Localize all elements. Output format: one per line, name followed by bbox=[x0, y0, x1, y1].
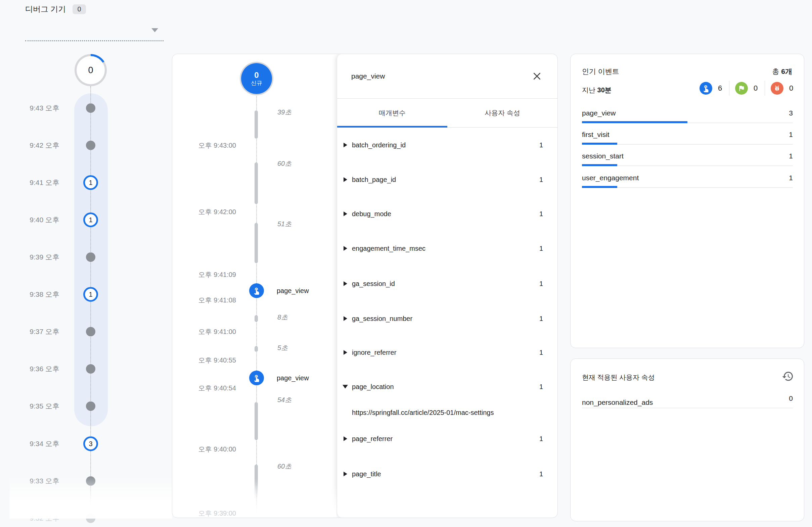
stream-event-name[interactable]: page_view bbox=[277, 287, 309, 295]
engagement-duration: 60초 bbox=[277, 159, 291, 168]
top-event-name: page_view bbox=[582, 109, 615, 117]
timeline-event-count-badge[interactable]: 1 bbox=[83, 175, 98, 190]
activity-segment bbox=[255, 162, 258, 204]
time-window-label: 지난 30분 bbox=[582, 86, 611, 95]
timeline-row-time: 9:34 오후 bbox=[18, 439, 59, 449]
tab-user-properties-label: 사용자 속성 bbox=[484, 108, 520, 117]
tab-parameters[interactable]: 매개변수 bbox=[337, 99, 447, 127]
triangle-right-icon[interactable] bbox=[344, 177, 347, 182]
top-event-bar bbox=[582, 143, 793, 145]
stream-axis bbox=[256, 94, 257, 512]
counter-divider bbox=[729, 81, 729, 96]
triangle-right-icon[interactable] bbox=[344, 211, 347, 216]
parameter-name: engagement_time_msec bbox=[352, 245, 425, 252]
timeline-dot[interactable] bbox=[86, 327, 96, 336]
touch-icon[interactable] bbox=[249, 283, 264, 298]
window-value: 30분 bbox=[597, 86, 611, 94]
chevron-down-icon bbox=[151, 28, 158, 32]
new-events-count: 0 bbox=[254, 71, 259, 80]
engagement-duration: 8초 bbox=[277, 313, 288, 322]
parameter-value: 1 bbox=[539, 470, 543, 478]
parameter-name: batch_page_id bbox=[352, 176, 396, 184]
timeline-dot[interactable] bbox=[86, 141, 96, 150]
top-event-count: 1 bbox=[789, 131, 793, 138]
tab-parameters-label: 매개변수 bbox=[379, 108, 406, 117]
triangle-right-icon[interactable] bbox=[344, 350, 347, 355]
timeline-event-count-badge[interactable]: 1 bbox=[83, 213, 98, 227]
top-event-count: 1 bbox=[789, 174, 793, 182]
minute-summary-ring: 0 bbox=[75, 54, 107, 86]
timeline-row-time: 9:37 오후 bbox=[18, 327, 59, 336]
top-event-name: first_visit bbox=[582, 131, 609, 138]
bar-fill bbox=[582, 164, 617, 166]
parameter-name: page_title bbox=[352, 470, 381, 478]
timeline-row-time: 9:41 오후 bbox=[18, 178, 59, 187]
event-detail-title: page_view bbox=[351, 72, 385, 80]
timeline-dot[interactable] bbox=[86, 401, 96, 411]
timeline-event-count-badge[interactable]: 3 bbox=[83, 436, 98, 451]
user-properties-card: 현재 적용된 사용자 속성 non_personalized_ads0 bbox=[570, 358, 804, 521]
activity-segment bbox=[255, 346, 258, 352]
tab-user-properties[interactable]: 사용자 속성 bbox=[447, 99, 557, 127]
parameter-value: 1 bbox=[539, 349, 543, 356]
close-icon[interactable] bbox=[532, 71, 542, 81]
stream-timestamp: 오후 9:40:54 bbox=[172, 384, 236, 393]
triangle-right-icon[interactable] bbox=[344, 472, 347, 476]
activity-segment bbox=[255, 223, 258, 263]
total-prefix: 총 bbox=[772, 68, 781, 75]
timeline-dot[interactable] bbox=[86, 364, 96, 374]
timeline-dot[interactable] bbox=[86, 103, 96, 113]
flag-icon[interactable] bbox=[735, 82, 748, 95]
counter-value: 6 bbox=[718, 84, 723, 93]
stream-timestamp: 오후 9:41:00 bbox=[172, 327, 236, 336]
activity-segment bbox=[255, 111, 258, 138]
user-property-value: 0 bbox=[789, 394, 793, 402]
stream-timestamp: 오후 9:43:00 bbox=[172, 141, 236, 150]
ga-debugview-page: 디버그 기기 0 0 9:43 오후9:42 오후9:41 오후19:40 오후… bbox=[0, 0, 812, 527]
activity-segment bbox=[255, 402, 258, 440]
parameter-detail-value: https://springfall.cc/article/2025-01/ma… bbox=[352, 409, 494, 416]
bar-fill bbox=[582, 143, 617, 145]
window-prefix: 지난 bbox=[582, 86, 597, 94]
event-detail-panel: page_view 매개변수 사용자 속성 batch_ordering_id1… bbox=[337, 54, 557, 517]
top-event-bar bbox=[582, 121, 793, 123]
timeline-row-time: 9:39 오후 bbox=[18, 252, 59, 262]
debug-devices-label: 디버그 기기 bbox=[25, 4, 66, 14]
event-type-counters: 600 bbox=[699, 81, 795, 96]
top-events-total: 총 6개 bbox=[772, 67, 792, 76]
parameter-value: 1 bbox=[539, 383, 543, 391]
device-select[interactable] bbox=[25, 16, 163, 41]
top-events-card: 인기 이벤트 총 6개 지난 30분 600 page_view3first_v… bbox=[570, 54, 804, 348]
bug-icon[interactable] bbox=[771, 82, 783, 95]
touch-icon[interactable] bbox=[249, 370, 264, 385]
triangle-right-icon[interactable] bbox=[344, 316, 347, 321]
counter-divider bbox=[765, 81, 765, 96]
triangle-right-icon[interactable] bbox=[344, 143, 347, 147]
touch-icon[interactable] bbox=[699, 82, 712, 95]
parameter-name: ga_session_id bbox=[352, 280, 395, 288]
debug-devices-count-badge: 0 bbox=[73, 4, 86, 14]
timeline-row-time: 9:43 오후 bbox=[18, 103, 59, 113]
history-icon[interactable] bbox=[782, 370, 794, 382]
parameter-value: 1 bbox=[539, 245, 543, 252]
triangle-down-icon[interactable] bbox=[343, 385, 348, 389]
counter-value: 0 bbox=[789, 84, 795, 93]
timeline-dot[interactable] bbox=[86, 252, 96, 262]
counter-value: 0 bbox=[754, 84, 759, 93]
triangle-right-icon[interactable] bbox=[344, 436, 347, 441]
triangle-right-icon[interactable] bbox=[344, 281, 347, 286]
parameter-value: 1 bbox=[539, 176, 543, 184]
engagement-duration: 54초 bbox=[277, 395, 291, 405]
stream-timestamp: 오후 9:41:08 bbox=[172, 296, 236, 305]
parameter-value: 1 bbox=[539, 210, 543, 218]
stream-timestamp: 오후 9:41:09 bbox=[172, 270, 236, 279]
top-event-name: user_engagement bbox=[582, 174, 639, 182]
triangle-right-icon[interactable] bbox=[344, 246, 347, 251]
stream-event-name[interactable]: page_view bbox=[277, 374, 309, 382]
top-event-bar bbox=[582, 164, 793, 166]
timeline-event-count-badge[interactable]: 1 bbox=[83, 287, 98, 302]
top-events-title: 인기 이벤트 bbox=[582, 67, 619, 76]
stream-timestamp: 오후 9:40:55 bbox=[172, 356, 236, 365]
top-event-name: session_start bbox=[582, 152, 624, 160]
engagement-duration: 51초 bbox=[277, 220, 291, 229]
